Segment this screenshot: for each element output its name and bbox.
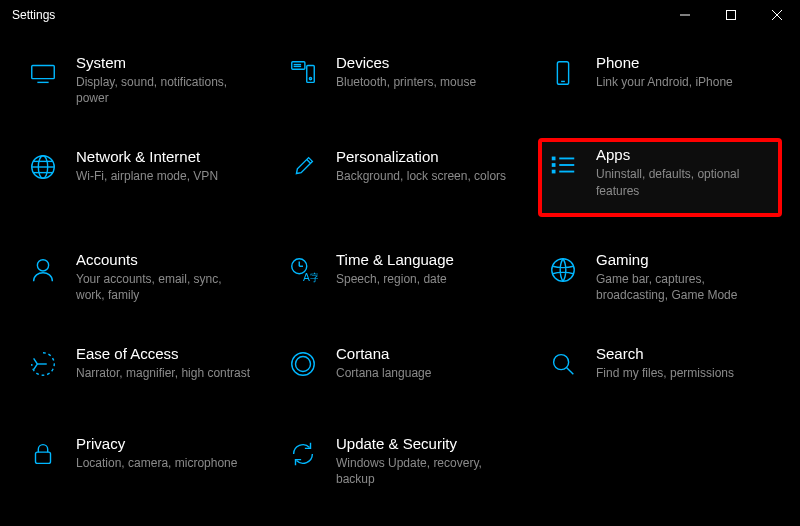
- tile-desc: Link your Android, iPhone: [596, 74, 772, 90]
- personalization-icon: [286, 150, 320, 184]
- tile-title: Search: [596, 345, 772, 362]
- tile-apps[interactable]: Apps Uninstall, defaults, optional featu…: [540, 140, 780, 214]
- tile-desc: Uninstall, defaults, optional features: [596, 166, 772, 198]
- svg-point-34: [554, 355, 569, 370]
- tile-title: Cortana: [336, 345, 512, 362]
- tile-gaming[interactable]: Gaming Game bar, captures, broadcasting,…: [540, 245, 780, 309]
- tile-title: Update & Security: [336, 435, 512, 452]
- maximize-button[interactable]: [708, 0, 754, 30]
- tile-search[interactable]: Search Find my files, permissions: [540, 339, 780, 399]
- settings-home: System Display, sound, notifications, po…: [0, 30, 800, 514]
- ease-of-access-icon: [26, 347, 60, 381]
- tile-system[interactable]: System Display, sound, notifications, po…: [20, 48, 260, 112]
- tile-title: Gaming: [596, 251, 772, 268]
- svg-rect-19: [552, 157, 556, 161]
- tile-title: System: [76, 54, 252, 71]
- svg-point-30: [552, 259, 575, 282]
- tile-desc: Narrator, magnifier, high contrast: [76, 365, 252, 381]
- devices-icon: [286, 56, 320, 90]
- tile-desc: Background, lock screen, colors: [336, 168, 512, 184]
- tile-desc: Cortana language: [336, 365, 512, 381]
- tile-desc: Speech, region, date: [336, 271, 512, 287]
- tile-desc: Location, camera, microphone: [76, 455, 252, 471]
- svg-line-18: [307, 160, 311, 164]
- tile-title: Time & Language: [336, 251, 512, 268]
- svg-rect-20: [552, 164, 556, 168]
- tile-phone[interactable]: Phone Link your Android, iPhone: [540, 48, 780, 112]
- tile-title: Network & Internet: [76, 148, 252, 165]
- svg-point-25: [37, 259, 48, 270]
- svg-rect-4: [32, 66, 55, 79]
- tile-title: Personalization: [336, 148, 512, 165]
- minimize-button[interactable]: [662, 0, 708, 30]
- tile-title: Privacy: [76, 435, 252, 452]
- tile-desc: Wi-Fi, airplane mode, VPN: [76, 168, 252, 184]
- cortana-icon: [286, 347, 320, 381]
- tile-cortana[interactable]: Cortana Cortana language: [280, 339, 520, 399]
- svg-point-10: [309, 78, 311, 80]
- titlebar: Settings: [0, 0, 800, 30]
- svg-rect-21: [552, 170, 556, 174]
- tile-desc: Bluetooth, printers, mouse: [336, 74, 512, 90]
- close-button[interactable]: [754, 0, 800, 30]
- tile-title: Accounts: [76, 251, 252, 268]
- tile-accounts[interactable]: Accounts Your accounts, email, sync, wor…: [20, 245, 260, 309]
- privacy-icon: [26, 437, 60, 471]
- svg-rect-36: [36, 452, 51, 463]
- tile-time-language[interactable]: A字 Time & Language Speech, region, date: [280, 245, 520, 309]
- category-grid: System Display, sound, notifications, po…: [20, 48, 780, 494]
- window-controls: [662, 0, 800, 30]
- phone-icon: [546, 56, 580, 90]
- window-title: Settings: [12, 8, 55, 22]
- tile-privacy[interactable]: Privacy Location, camera, microphone: [20, 429, 260, 493]
- tile-devices[interactable]: Devices Bluetooth, printers, mouse: [280, 48, 520, 112]
- time-language-icon: A字: [286, 253, 320, 287]
- tile-update-security[interactable]: Update & Security Windows Update, recove…: [280, 429, 520, 493]
- tile-desc: Your accounts, email, sync, work, family: [76, 271, 252, 303]
- svg-text:A字: A字: [303, 272, 318, 283]
- tile-desc: Find my files, permissions: [596, 365, 772, 381]
- network-icon: [26, 150, 60, 184]
- tile-ease-of-access[interactable]: Ease of Access Narrator, magnifier, high…: [20, 339, 260, 399]
- tile-title: Phone: [596, 54, 772, 71]
- tile-desc: Windows Update, recovery, backup: [336, 455, 512, 487]
- system-icon: [26, 56, 60, 90]
- tile-desc: Game bar, captures, broadcasting, Game M…: [596, 271, 772, 303]
- accounts-icon: [26, 253, 60, 287]
- svg-rect-6: [292, 62, 305, 70]
- tile-title: Ease of Access: [76, 345, 252, 362]
- apps-icon: [546, 148, 580, 182]
- tile-personalization[interactable]: Personalization Background, lock screen,…: [280, 142, 520, 214]
- search-icon: [546, 347, 580, 381]
- update-security-icon: [286, 437, 320, 471]
- svg-point-33: [296, 357, 311, 372]
- tile-title: Apps: [596, 146, 772, 163]
- tile-desc: Display, sound, notifications, power: [76, 74, 252, 106]
- gaming-icon: [546, 253, 580, 287]
- svg-rect-1: [727, 11, 736, 20]
- tile-network[interactable]: Network & Internet Wi-Fi, airplane mode,…: [20, 142, 260, 214]
- tile-title: Devices: [336, 54, 512, 71]
- svg-line-35: [567, 368, 574, 375]
